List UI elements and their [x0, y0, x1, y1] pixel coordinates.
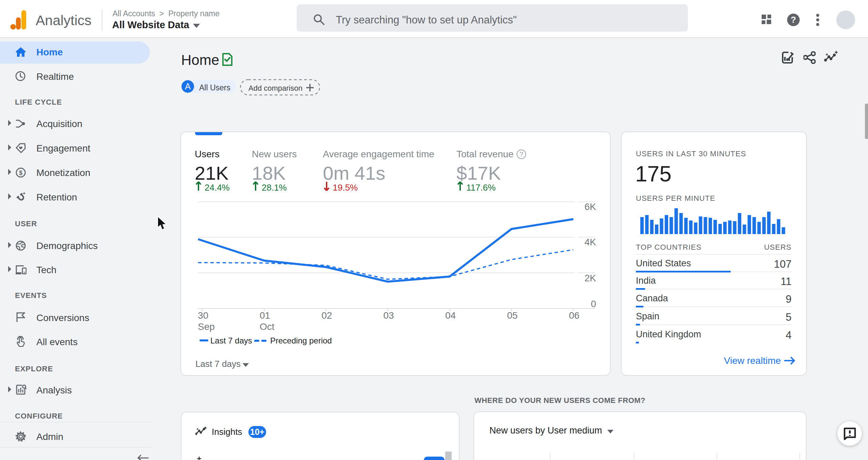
svg-text:06: 06 [569, 310, 579, 321]
svg-text:05: 05 [507, 310, 518, 321]
svg-text:0: 0 [591, 299, 596, 309]
svg-text:Sep: Sep [198, 321, 215, 332]
svg-text:04: 04 [445, 310, 456, 321]
svg-text:01: 01 [260, 310, 270, 321]
svg-text:30: 30 [198, 310, 208, 321]
svg-text:03: 03 [383, 310, 394, 321]
svg-text:4K: 4K [585, 237, 596, 247]
svg-text:02: 02 [322, 310, 332, 321]
svg-text:$: $ [19, 170, 22, 176]
svg-text:2K: 2K [585, 273, 596, 283]
svg-text:Oct: Oct [260, 321, 275, 332]
svg-text:6K: 6K [585, 201, 596, 212]
